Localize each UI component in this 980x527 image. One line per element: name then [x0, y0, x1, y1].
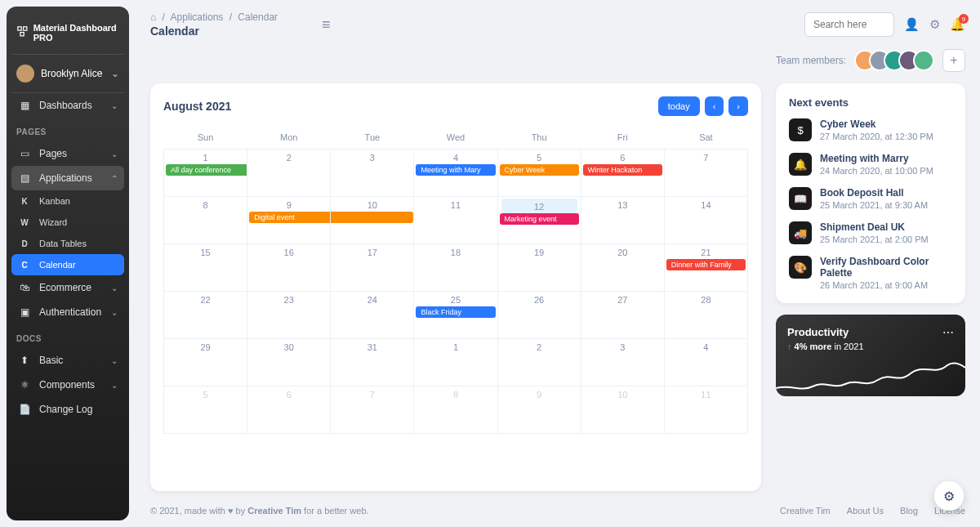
breadcrumb-l2: Calendar — [238, 11, 278, 23]
cal-cell[interactable]: 3 — [331, 150, 414, 197]
cal-cell[interactable]: 27 — [581, 292, 664, 339]
cal-cell[interactable]: 28 — [664, 292, 747, 339]
footer-link[interactable]: Blog — [900, 506, 918, 516]
nav-changelog[interactable]: 📄 Change Log — [11, 397, 124, 422]
cal-cell[interactable]: 26 — [497, 292, 581, 339]
event-item[interactable]: 🎨Verify Dashboard Color Palette26 March … — [789, 256, 952, 290]
cal-cell[interactable]: 12Marketing event — [497, 197, 581, 244]
cal-cell[interactable]: 4 — [664, 339, 747, 386]
page-icon: ▭ — [18, 148, 31, 159]
cal-cell[interactable]: 16 — [247, 244, 331, 292]
cal-cell[interactable]: 21Dinner with Family — [664, 244, 747, 292]
cal-cell[interactable]: 17 — [331, 244, 414, 292]
nav-ecommerce[interactable]: 🛍 Ecommerce ⌄ — [11, 275, 124, 300]
team-member-avatar[interactable] — [913, 50, 934, 71]
event[interactable]: Meeting with Mary — [416, 164, 495, 176]
subnav-kanban[interactable]: KKanban — [11, 190, 124, 212]
chevron-down-icon: ⌄ — [111, 101, 118, 110]
more-icon[interactable]: ⋯ — [942, 326, 954, 339]
cal-cell[interactable]: 30 — [247, 339, 331, 386]
cal-cell[interactable]: 3 — [581, 339, 664, 386]
subnav-datatables[interactable]: DData Tables — [11, 233, 124, 254]
cal-cell[interactable]: 7 — [331, 386, 414, 434]
cal-cell[interactable]: 9Digital event — [247, 197, 331, 244]
footer-link[interactable]: Creative Tim — [780, 506, 831, 516]
event-item[interactable]: $Cyber Week27 March 2020, at 12:30 PM — [789, 118, 952, 141]
calendar-grid: Sun Mon Tue Wed Thu Fri Sat 1All day con… — [163, 126, 748, 434]
sidebar-user[interactable]: Brooklyn Alice ⌄ — [11, 55, 124, 93]
home-icon[interactable]: ⌂ — [150, 11, 156, 23]
cal-cell[interactable]: 11 — [664, 386, 747, 434]
cal-cell[interactable]: 2 — [497, 339, 581, 386]
cal-cell[interactable]: 1All day conference — [164, 150, 247, 197]
cal-cell[interactable]: 20 — [581, 244, 664, 292]
nav-dashboards[interactable]: ▦ Dashboards ⌄ — [11, 93, 124, 118]
hamburger-icon[interactable]: ≡ — [322, 16, 331, 33]
add-member-button[interactable]: + — [942, 49, 965, 72]
cal-cell[interactable]: 19 — [497, 244, 581, 292]
cal-cell[interactable]: 25Black Friday — [414, 292, 497, 339]
subnav-calendar[interactable]: CCalendar — [11, 254, 124, 275]
cal-cell[interactable]: 2 — [247, 150, 331, 197]
nav-applications[interactable]: ▤ Applications ⌃ — [11, 166, 124, 190]
footer-brand[interactable]: Creative Tim — [247, 506, 301, 516]
cal-cell[interactable]: 13 — [581, 197, 664, 244]
dashboard-icon: ▦ — [18, 100, 31, 111]
productivity-stat: ↑ 4% more in 2021 — [787, 342, 954, 351]
nav-components[interactable]: ⚛ Components ⌄ — [11, 373, 124, 397]
cal-cell[interactable]: 6 — [247, 386, 331, 434]
cal-cell[interactable]: 5 — [164, 386, 247, 434]
cal-cell[interactable]: 4Meeting with Mary — [414, 150, 497, 197]
svg-rect-2 — [20, 33, 24, 36]
event[interactable]: Marketing event — [500, 213, 579, 225]
cal-cell[interactable]: 23 — [247, 292, 331, 339]
cal-cell[interactable]: 7 — [664, 150, 747, 197]
next-events-card: Next events $Cyber Week27 March 2020, at… — [776, 83, 965, 303]
subnav-wizard[interactable]: WWizard — [11, 212, 124, 233]
nav-basic[interactable]: ⬆ Basic ⌄ — [11, 348, 124, 373]
cal-cell[interactable]: 14 — [664, 197, 747, 244]
chevron-down-icon: ⌄ — [111, 308, 118, 317]
cal-cell[interactable]: 6Winter Hackaton — [581, 150, 664, 197]
cal-cell[interactable]: 1 — [414, 339, 497, 386]
search-input[interactable] — [804, 12, 894, 37]
cal-cell[interactable]: 8 — [414, 386, 497, 434]
event-item[interactable]: 🚚Shipment Deal UK25 March 2021, at 2:00 … — [789, 221, 952, 244]
cal-cell[interactable]: 10 — [581, 386, 664, 434]
sidebar: Material Dashboard PRO Brooklyn Alice ⌄ … — [7, 7, 129, 520]
event[interactable]: Winter Hackaton — [583, 164, 662, 176]
footer-link[interactable]: About Us — [847, 506, 884, 516]
nav-authentication[interactable]: ▣ Authentication ⌄ — [11, 300, 124, 324]
cal-cell[interactable]: 31 — [331, 339, 414, 386]
event[interactable]: All day conference — [166, 164, 247, 176]
settings-fab[interactable]: ⚙ — [934, 481, 964, 511]
settings-icon[interactable]: ⚙ — [929, 17, 940, 32]
chevron-up-icon: ⌃ — [111, 174, 118, 183]
brand-logo[interactable]: Material Dashboard PRO — [11, 16, 124, 55]
cal-cell[interactable]: 10 — [331, 197, 414, 244]
cal-cell[interactable]: 29 — [164, 339, 247, 386]
event-item[interactable]: 📖Book Deposit Hall25 March 2021, at 9:30… — [789, 187, 952, 210]
event[interactable]: Digital event — [249, 212, 330, 223]
prev-month-button[interactable]: ‹ — [705, 96, 724, 116]
cal-cell[interactable]: 11 — [414, 197, 497, 244]
breadcrumb-l1[interactable]: Applications — [171, 11, 224, 23]
event[interactable]: Dinner with Family — [666, 259, 746, 270]
notifications-icon[interactable]: 🔔9 — [950, 17, 965, 32]
cal-cell[interactable]: 24 — [331, 292, 414, 339]
next-month-button[interactable]: › — [728, 96, 748, 116]
cal-cell[interactable]: 15 — [164, 244, 247, 292]
svg-rect-0 — [18, 27, 21, 30]
event-item[interactable]: 🔔Meeting with Marry24 March 2020, at 10:… — [789, 153, 952, 176]
event[interactable]: Black Friday — [416, 306, 495, 318]
cal-cell[interactable]: 5Cyber Week — [497, 150, 581, 197]
cal-cell[interactable]: 18 — [414, 244, 497, 292]
chevron-down-icon: ⌄ — [111, 284, 118, 293]
account-icon[interactable]: 👤 — [904, 17, 920, 32]
cal-cell[interactable]: 8 — [164, 197, 247, 244]
today-button[interactable]: today — [658, 96, 700, 116]
nav-pages[interactable]: ▭ Pages ⌄ — [11, 141, 124, 166]
cal-cell[interactable]: 9 — [497, 386, 581, 434]
cal-cell[interactable]: 22 — [164, 292, 247, 339]
event[interactable]: Cyber Week — [500, 164, 579, 176]
